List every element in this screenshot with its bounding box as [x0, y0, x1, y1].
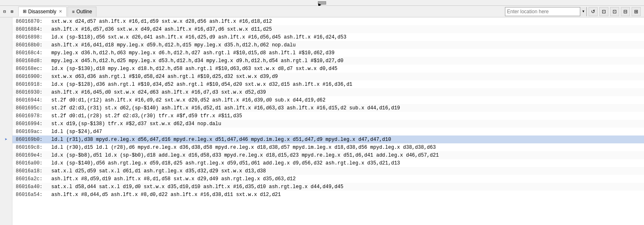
- disassembly-tab-close[interactable]: ✕: [59, 9, 62, 14]
- outline-tab-label: Outline: [76, 9, 92, 15]
- address-cell: 86016a18:: [12, 168, 50, 174]
- gutter-row: [0, 73, 12, 80]
- location-input[interactable]: [505, 9, 580, 15]
- table-row[interactable]: 86016944:st.2f d0:d1,(r12) ash.lft.x #16…: [12, 96, 644, 104]
- instruction-cell: ash.lft.x #8,d44,d5 ash.lft.x #8,d0,d22 …: [50, 192, 644, 198]
- instruction-cell: sat.x.l d25,d59 sat.x.l d61,d1 ash.rgt.l…: [50, 168, 644, 174]
- horizontal-scroll-thumb[interactable]: ▶: [318, 1, 326, 5]
- gutter-row: [0, 159, 12, 167]
- instruction-cell: st.2f d0:d1,(r28) st.2f d2:d3,(r30) tfr.…: [50, 113, 644, 119]
- table-row[interactable]: 86016a54:ash.lft.x #8,d44,d5 ash.lft.x #…: [12, 191, 644, 198]
- address-cell: 860168c4:: [12, 50, 50, 56]
- toolbar-right: ▼ ↺ ⊡ ⊡ ⊟ ⊞: [505, 7, 644, 16]
- address-cell: 86016994:: [12, 121, 50, 127]
- address-cell: 86016a00:: [12, 160, 50, 166]
- address-cell: 860169b0:: [12, 137, 50, 143]
- address-cell: 86016870:: [12, 19, 50, 24]
- table-row[interactable]: 860169ac:ld.l (sp-$24),d47: [12, 128, 644, 135]
- instruction-cell: ash.lft.x #16,d45,d0 sxt.w.x d24,d63 ash…: [50, 90, 644, 95]
- address-cell: 860168ec:: [12, 66, 50, 72]
- toolbar-view-button1[interactable]: ⊡: [599, 7, 608, 16]
- gutter-row: ➤: [0, 135, 12, 143]
- address-cell: 86016a2c:: [12, 176, 50, 182]
- gutter-row: [0, 167, 12, 175]
- address-cell: 860168d8:: [12, 58, 50, 64]
- address-cell: 8601695c:: [12, 105, 50, 111]
- table-row[interactable]: 86016a18:sat.x.l d25,d59 sat.x.l d61,d1 …: [12, 167, 644, 175]
- table-row[interactable]: 86016a2c:ash.lft.x #8,d59,d19 ash.lft.x …: [12, 175, 644, 183]
- view-icon-1: ⊡: [602, 9, 606, 15]
- gutter-row: [0, 191, 12, 198]
- toolbar-refresh-button[interactable]: ↺: [589, 7, 598, 16]
- address-cell: 86016930:: [12, 90, 50, 95]
- gutter-row: [0, 175, 12, 183]
- address-cell: 86016898:: [12, 34, 50, 40]
- address-cell: 860169e4:: [12, 152, 50, 158]
- gutter-row: [0, 151, 12, 159]
- location-dropdown-button[interactable]: ▼: [580, 7, 586, 16]
- gutter-row: [0, 80, 12, 88]
- main-container: ▶ ⊟ ⊠ ⊞ Disassembly ✕ ≡ Outline ▼ ↺: [0, 0, 644, 225]
- instruction-cell: ld.x (sp-$b8),d51 ld.x (sp-$b0),d18 add.…: [50, 152, 644, 158]
- table-row[interactable]: 860169b0:ld.l (r31),d38 mpyd.re.leg.x d5…: [12, 135, 644, 143]
- gutter-row: [0, 57, 12, 65]
- table-row[interactable]: 86016898:ld.x (sp-$118),d56 sxt.w.x d26,…: [12, 33, 644, 41]
- table-row[interactable]: 8601695c:st.2f d2:d3,(r31) st.x d62,(sp-…: [12, 104, 644, 112]
- instruction-cell: sat.x.l d58,d44 sat.x.l d19,d0 sxt.w.x d…: [50, 184, 644, 190]
- location-input-container: ▼: [505, 7, 587, 16]
- refresh-icon: ↺: [591, 9, 595, 15]
- view-icon-4: ⊞: [634, 9, 638, 15]
- content-area: ➤ 86016870:sxt.w.x d24,d57 ash.lft.x #16…: [0, 17, 644, 225]
- toolbar-view-button3[interactable]: ⊟: [621, 7, 630, 16]
- view-icon-2: ⊡: [613, 9, 617, 15]
- table-row[interactable]: 86016900:sxt.w.x d63,d36 ash.rgt.l #$10,…: [12, 73, 644, 80]
- address-cell: 86016884:: [12, 27, 50, 32]
- gutter-row: [0, 143, 12, 151]
- disassembly-view[interactable]: 86016870:sxt.w.x d24,d57 ash.lft.x #16,d…: [12, 17, 644, 225]
- toolbar-view-button2[interactable]: ⊡: [610, 7, 619, 16]
- table-row[interactable]: 86016870:sxt.w.x d24,d57 ash.lft.x #16,d…: [12, 17, 644, 25]
- instruction-cell: ld.l (r31),d38 mpyd.re.leg.x d56,d47,d16…: [50, 137, 644, 143]
- window-controls: ⊟ ⊠: [2, 9, 15, 15]
- tab-bar: ⊟ ⊠ ⊞ Disassembly ✕ ≡ Outline ▼ ↺ ⊡: [0, 6, 644, 17]
- address-cell: 860169c8:: [12, 145, 50, 150]
- tab-outline[interactable]: ≡ Outline: [67, 7, 96, 17]
- toolbar-view-button4[interactable]: ⊞: [632, 7, 641, 16]
- tab-disassembly[interactable]: ⊞ Disassembly ✕: [18, 7, 67, 17]
- view-icon-3: ⊟: [623, 9, 627, 15]
- table-row[interactable]: 860169c8:ld.l (r30),d15 ld.l (r28),d6 mp…: [12, 143, 644, 151]
- top-scroll-area: ▶: [0, 0, 644, 6]
- table-row[interactable]: 86016884:ash.lft.x #16,d57,d36 sxt.w.x d…: [12, 25, 644, 33]
- table-row[interactable]: 86016930:ash.lft.x #16,d45,d0 sxt.w.x d2…: [12, 88, 644, 96]
- address-cell: 86016a40:: [12, 184, 50, 190]
- table-row[interactable]: 86016a40:sat.x.l d58,d44 sat.x.l d19,d0 …: [12, 183, 644, 191]
- instruction-cell: ld.x (sp-$140),d56 ash.rgt.leg.x d59,d18…: [50, 160, 644, 166]
- address-cell: 86016978:: [12, 113, 50, 119]
- instruction-cell: ash.lft.x #16,d41,d18 mpy.leg.x d59.h,d1…: [50, 42, 644, 48]
- instruction-cell: ld.x (sp-$118),d56 sxt.w.x d26,d41 ash.l…: [50, 34, 644, 40]
- table-row[interactable]: 860169e4:ld.x (sp-$b8),d51 ld.x (sp-$b0)…: [12, 151, 644, 159]
- instruction-cell: st.x d19,(sp-$138) tfr.x #$2,d37 sxt.w.x…: [50, 121, 644, 127]
- gutter-row: [0, 88, 12, 96]
- address-cell: 86016944:: [12, 97, 50, 103]
- instruction-cell: ld.l (r30),d15 ld.l (r28),d6 mpyd.re.leg…: [50, 145, 644, 150]
- instruction-cell: mpy.leg.x d36.h,d12.h,d63 mpy.leg.x d6.h…: [50, 50, 644, 56]
- current-arrow-icon: ➤: [5, 137, 7, 142]
- outline-tab-icon: ≡: [72, 9, 74, 14]
- instruction-cell: ld.l (sp-$24),d47: [50, 129, 644, 135]
- instruction-cell: st.2f d2:d3,(r31) st.x d62,(sp-$140) ash…: [50, 105, 644, 111]
- table-row[interactable]: 860168ec:ld.x (sp-$130),d18 mpy.leg.x d1…: [12, 65, 644, 73]
- instruction-cell: st.2f d0:d1,(r12) ash.lft.x #16,d9,d2 sx…: [50, 97, 644, 103]
- table-row[interactable]: 860168d8:mpy.leg.x d45.h,d12.h,d25 mpy.l…: [12, 57, 644, 65]
- gutter-row: [0, 104, 12, 112]
- gutter-row: [0, 33, 12, 41]
- instruction-cell: ash.lft.x #8,d59,d19 ash.lft.x #8,d1,d58…: [50, 176, 644, 182]
- table-row[interactable]: 860168b0:ash.lft.x #16,d41,d18 mpy.leg.x…: [12, 41, 644, 49]
- table-row[interactable]: 86016918:ld.x (sp-$128),d36 ash.rgt.l #$…: [12, 80, 644, 88]
- disassembly-tab-icon: ⊞: [23, 9, 26, 14]
- table-row[interactable]: 86016978:st.2f d0:d1,(r28) st.2f d2:d3,(…: [12, 112, 644, 120]
- table-row[interactable]: 86016994:st.x d19,(sp-$138) tfr.x #$2,d3…: [12, 120, 644, 128]
- table-row[interactable]: 86016a00:ld.x (sp-$140),d56 ash.rgt.leg.…: [12, 159, 644, 167]
- table-row[interactable]: 860168c4:mpy.leg.x d36.h,d12.h,d63 mpy.l…: [12, 49, 644, 57]
- instruction-cell: mpy.leg.x d45.h,d12.h,d25 mpy.leg.x d53.…: [50, 58, 644, 64]
